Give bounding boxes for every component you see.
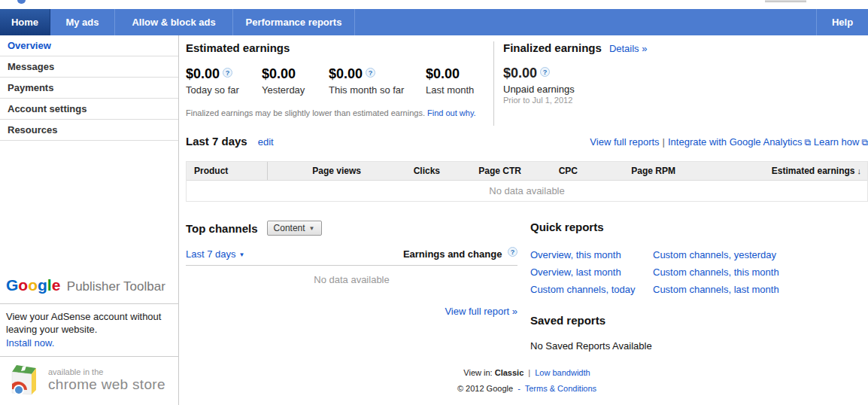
- sidebar-item-messages[interactable]: Messages: [0, 56, 178, 78]
- integrate-analytics-link[interactable]: Integrate with Google Analytics: [668, 136, 803, 148]
- earnings-row: Estimated earnings $0.00? Today so far $…: [186, 41, 868, 126]
- help-icon[interactable]: ?: [366, 68, 375, 78]
- help-icon[interactable]: ?: [223, 68, 232, 78]
- stat-label: Last month: [426, 84, 493, 96]
- edit-link[interactable]: edit: [258, 136, 274, 148]
- view-full-report-link[interactable]: View full report »: [445, 306, 517, 317]
- chrome-web-store-text: available in the chrome web store: [48, 367, 165, 393]
- stat-label: Yesterday: [262, 84, 329, 96]
- sidebar-item-account-settings[interactable]: Account settings: [0, 99, 178, 120]
- help-button[interactable]: Help: [816, 9, 868, 35]
- tab-my-ads[interactable]: My ads: [50, 9, 115, 35]
- stat-this-month: $0.00? This month so far: [329, 66, 426, 96]
- main-content: Estimated earnings $0.00? Today so far $…: [186, 35, 868, 405]
- separator: |: [663, 136, 665, 148]
- logo-letter: e: [52, 276, 61, 294]
- chrome-web-store-icon: [6, 363, 41, 397]
- badge-line2: chrome web store: [48, 376, 165, 393]
- top-channels-title: Top channels: [186, 222, 258, 235]
- estimated-earnings-stats: $0.00? Today so far $0.00 Yesterday $0.0…: [186, 66, 493, 96]
- find-out-why-link[interactable]: Find out why.: [427, 108, 476, 117]
- quick-report-link[interactable]: Custom channels, yesterday: [653, 249, 779, 260]
- adsense-home-page: Home My ads Allow & block ads Performanc…: [0, 0, 868, 405]
- stat-last-month: $0.00 Last month: [426, 66, 493, 96]
- saved-reports-title: Saved reports: [530, 314, 868, 327]
- logo-letter: o: [18, 276, 28, 294]
- date-range-dropdown[interactable]: Last 7 days▼: [186, 248, 244, 260]
- last7days-header: Last 7 days edit View full reports|Integ…: [186, 135, 868, 148]
- tab-performance-reports[interactable]: Performance reports: [233, 9, 355, 35]
- saved-reports-panel: Saved reports No Saved Reports Available: [530, 314, 868, 352]
- earnings-change-header: Earnings and change: [403, 248, 502, 260]
- stat-yesterday: $0.00 Yesterday: [262, 66, 329, 96]
- google-publisher-toolbar-logo: Google Publisher Toolbar: [0, 269, 179, 303]
- saved-reports-empty: No Saved Reports Available: [530, 340, 868, 352]
- quick-report-link[interactable]: Custom channels, this month: [653, 266, 779, 278]
- tab-home[interactable]: Home: [0, 9, 50, 35]
- external-link-icon: ⧉: [861, 137, 868, 148]
- estimated-earnings-note: Finalized earnings may be slightly lower…: [186, 108, 493, 117]
- quick-report-link[interactable]: Custom channels, today: [530, 284, 653, 295]
- help-icon[interactable]: ?: [508, 247, 517, 257]
- top-channels-empty: No data available: [186, 274, 517, 285]
- logo-letter: o: [28, 276, 38, 294]
- table-header-row: Product Page views Clicks Page CTR CPC P…: [187, 162, 867, 181]
- channel-type-dropdown[interactable]: Content▼: [267, 221, 322, 236]
- help-icon[interactable]: ?: [540, 67, 550, 77]
- finalized-earnings-value: $0.00: [503, 65, 537, 81]
- install-now-link[interactable]: Install now.: [0, 336, 60, 356]
- sidebar-item-resources[interactable]: Resources: [0, 120, 178, 141]
- stat-today: $0.00? Today so far: [186, 66, 262, 96]
- low-bandwidth-link[interactable]: Low bandwidth: [535, 368, 590, 377]
- column-page-rpm[interactable]: Page RPM: [584, 162, 681, 180]
- google-logo-fragment: [17, 0, 26, 4]
- column-clicks[interactable]: Clicks: [367, 162, 446, 180]
- stat-label: This month so far: [329, 84, 426, 96]
- learn-how-link[interactable]: Learn how: [814, 136, 860, 148]
- chevron-down-icon: ▼: [239, 251, 245, 258]
- view-classic-label: Classic: [495, 368, 524, 377]
- column-page-views[interactable]: Page views: [268, 162, 367, 180]
- estimated-earnings-title: Estimated earnings: [186, 41, 493, 54]
- report-links: View full reports|Integrate with Google …: [590, 136, 868, 148]
- finalized-earnings-title: Finalized earnings: [503, 41, 602, 54]
- stat-value: $0.00: [186, 66, 220, 81]
- publisher-toolbar-label: Publisher Toolbar: [67, 279, 165, 294]
- column-estimated-earnings[interactable]: Estimated earnings↓: [681, 162, 867, 180]
- badge-line1: available in the: [48, 367, 165, 376]
- estimated-earnings-panel: Estimated earnings $0.00? Today so far $…: [186, 41, 494, 126]
- details-link[interactable]: Details »: [609, 43, 648, 54]
- column-cpc[interactable]: CPC: [527, 162, 584, 180]
- divider: [186, 265, 517, 266]
- tab-allow-block-ads[interactable]: Allow & block ads: [115, 9, 233, 35]
- top-strip: [0, 0, 868, 9]
- view-full-reports-link[interactable]: View full reports: [590, 136, 659, 148]
- stat-value: $0.00: [329, 66, 363, 81]
- quick-reports-panel: Quick reports Overview, this month Overv…: [530, 221, 868, 352]
- quick-report-link[interactable]: Overview, this month: [530, 249, 653, 260]
- chrome-web-store-badge[interactable]: available in the chrome web store: [0, 357, 179, 405]
- sidebar-item-overview[interactable]: Overview: [0, 35, 178, 56]
- finalized-earnings-panel: Finalized earnings Details » $0.00? Unpa…: [494, 41, 647, 126]
- copyright-label: © 2012 Google: [457, 384, 513, 393]
- top-channels-panel: Top channels Content▼ Last 7 days▼ Earni…: [186, 221, 517, 317]
- main-nav: Home My ads Allow & block ads Performanc…: [0, 9, 868, 35]
- last7days-title: Last 7 days: [186, 135, 247, 148]
- external-link-icon: ⧉: [805, 137, 812, 148]
- quick-reports-col2: Custom channels, yesterday Custom channe…: [653, 249, 779, 301]
- page-footer: View in: Classic | Low bandwidth © 2012 …: [186, 368, 868, 393]
- separator: |: [528, 368, 530, 377]
- publisher-toolbar-description: View your AdSense account without leavin…: [0, 304, 175, 336]
- column-product[interactable]: Product: [187, 162, 268, 180]
- quick-report-link[interactable]: Overview, last month: [530, 266, 653, 278]
- column-page-ctr[interactable]: Page CTR: [446, 162, 527, 180]
- table-empty-row: No data available: [187, 181, 867, 201]
- quick-reports-col1: Overview, this month Overview, last mont…: [530, 249, 653, 301]
- quick-report-link[interactable]: Custom channels, last month: [653, 284, 779, 295]
- cut-off-button-fragment: [765, 0, 806, 2]
- chevron-down-icon: ▼: [309, 225, 315, 232]
- stat-label: Today so far: [186, 84, 262, 96]
- terms-conditions-link[interactable]: Terms & Conditions: [525, 384, 596, 393]
- report-table: Product Page views Clicks Page CTR CPC P…: [186, 161, 868, 202]
- sidebar-item-payments[interactable]: Payments: [0, 78, 178, 99]
